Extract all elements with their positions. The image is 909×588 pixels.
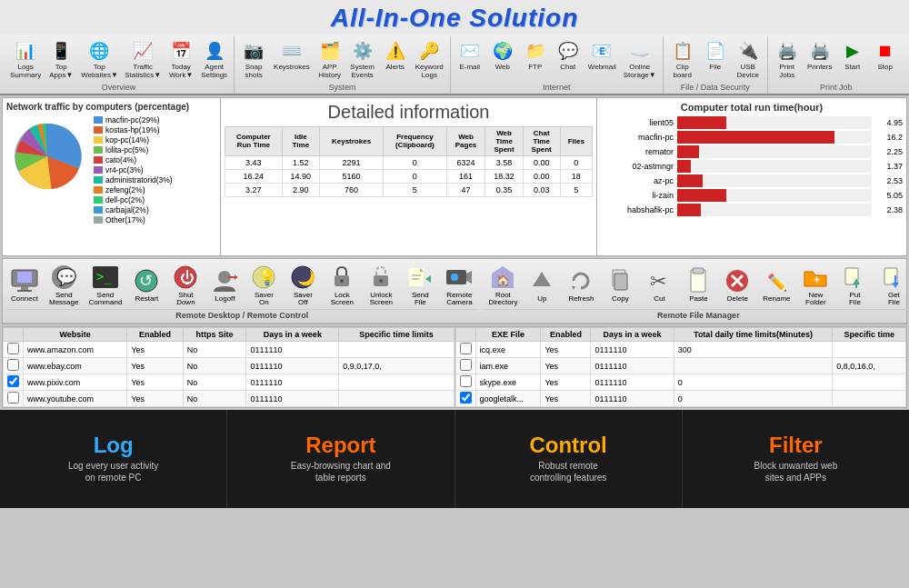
feature-control: Control Robust remotecontrolling feature… xyxy=(455,410,683,508)
remote-control-section: Connect 💬 SendMessage >_ SendCommand ↺ R… xyxy=(2,258,907,325)
remote-camera-button[interactable]: RemoteCamera xyxy=(441,261,477,310)
svg-text:💡: 💡 xyxy=(258,269,276,286)
cut-button[interactable]: ✂ Cut xyxy=(641,264,677,305)
shutdown-button[interactable]: ⏻ ShutDown xyxy=(167,261,204,310)
runtime-row: 02-astmngr 1.37 xyxy=(601,160,903,173)
put-file-button[interactable]: PutFile xyxy=(836,261,873,310)
copy-button[interactable]: Copy xyxy=(602,264,638,305)
print-jobs-button[interactable]: 🖨️ PrintJobs xyxy=(772,36,803,82)
stop-icon: ⏹ xyxy=(873,38,898,64)
unlock-screen-icon xyxy=(366,263,395,292)
today-icon: 📅 xyxy=(168,38,194,64)
copy-label: Copy xyxy=(612,295,629,304)
webmail-button[interactable]: 📧 Webmail xyxy=(585,36,619,82)
keyword-icon: 🔑 xyxy=(416,38,442,64)
lock-screen-icon xyxy=(327,263,356,292)
col-enabled: Enabled xyxy=(127,328,183,342)
traffic-stats-button[interactable]: 📈 TrafficStatistics▼ xyxy=(122,36,164,82)
keyword-logs-button[interactable]: 🔑 KeywordLogs xyxy=(413,36,446,82)
system-events-button[interactable]: ⚙️ SystemEvents xyxy=(347,36,378,82)
send-file-button[interactable]: SendFile xyxy=(402,261,438,310)
agent-settings-button[interactable]: 👤 AgentSettings xyxy=(198,36,230,82)
runtime-section: Computer total run time(hour) lient05 4.… xyxy=(597,98,906,255)
row-checkbox[interactable] xyxy=(7,392,19,404)
restart-button[interactable]: ↺ Restart xyxy=(128,264,165,305)
online-storage-button[interactable]: ☁️ OnlineStorage▼ xyxy=(621,36,659,82)
paste-icon xyxy=(684,266,713,295)
col-check xyxy=(4,328,24,342)
row-checkbox[interactable] xyxy=(460,392,472,404)
table-row: iam.exeYes01111100,8,0,16,0, xyxy=(455,358,906,374)
get-file-button[interactable]: GetFile xyxy=(875,261,909,310)
printers-icon: 🖨️ xyxy=(807,38,833,64)
pie-chart xyxy=(6,115,88,197)
shutdown-icon: ⏻ xyxy=(171,263,200,292)
logs-summary-button[interactable]: 📊 LogsSummary xyxy=(7,36,44,82)
new-folder-label: NewFolder xyxy=(805,292,826,308)
feature-report: Report Easy-browsing chart andtable repo… xyxy=(227,410,454,508)
col-total-time: Total daily time limits(Minutes) xyxy=(674,328,833,342)
put-file-icon xyxy=(840,263,869,292)
row-checkbox[interactable] xyxy=(460,359,472,371)
top-apps-button[interactable]: 📱 TopApps▼ xyxy=(45,36,76,82)
keystrokes-button[interactable]: ⌨️ Keystrokes xyxy=(271,36,313,82)
col-files: Files xyxy=(560,126,592,155)
svg-text:🏠: 🏠 xyxy=(496,274,510,287)
svg-marker-30 xyxy=(466,271,472,284)
email-button[interactable]: ✉️ E-mail xyxy=(454,36,485,82)
logs-icon: 📊 xyxy=(13,38,38,64)
send-command-button[interactable]: >_ SendCommand xyxy=(85,261,125,310)
svg-rect-3 xyxy=(21,286,28,290)
feature-control-desc: Robust remotecontrolling features xyxy=(530,460,607,483)
printers-button[interactable]: 🖨️ Printers xyxy=(804,36,835,82)
svg-rect-2 xyxy=(17,272,32,283)
delete-button[interactable]: Delete xyxy=(719,264,755,305)
usb-button[interactable]: 🔌 USBDevice xyxy=(733,36,764,82)
lock-screen-button[interactable]: LockScreen xyxy=(324,261,360,310)
app-history-button[interactable]: 🗂️ APPHistory xyxy=(315,36,345,82)
file-icon: 📄 xyxy=(703,38,728,64)
new-folder-button[interactable]: + NewFolder xyxy=(797,261,834,310)
web-button[interactable]: 🌍 Web xyxy=(487,36,518,82)
col-web-pages: WebPages xyxy=(446,126,485,155)
toolbar-group-overview: 📊 LogsSummary 📱 TopApps▼ 🌐 TopWebsites▼ … xyxy=(4,36,235,94)
clipboard-button[interactable]: 📋 Clipboard xyxy=(667,36,698,82)
paste-button[interactable]: Paste xyxy=(680,264,716,305)
alerts-button[interactable]: ⚠️ Alerts xyxy=(380,36,411,82)
send-message-button[interactable]: 💬 SendMessage xyxy=(45,261,82,310)
col-web-time: WebTimeSpent xyxy=(485,126,523,155)
unlock-screen-button[interactable]: UnlockScreen xyxy=(363,261,399,310)
refresh-button[interactable]: Refresh xyxy=(563,264,599,305)
saver-on-button[interactable]: 💡 SaverOn xyxy=(245,261,282,310)
root-directory-button[interactable]: 🏠 RootDirectory xyxy=(484,261,521,310)
snapshots-button[interactable]: 📷 Snapshots xyxy=(238,36,269,82)
connect-button[interactable]: Connect xyxy=(6,264,43,305)
restart-label: Restart xyxy=(135,295,158,304)
toolbar-group-internet: ✉️ E-mail 🌍 Web 📁 FTP 💬 Chat 📧 Web xyxy=(451,36,664,94)
svg-point-21 xyxy=(340,279,344,283)
row-checkbox[interactable] xyxy=(7,343,19,354)
saver-off-button[interactable]: 🌙 SaverOff xyxy=(285,261,321,310)
today-work-button[interactable]: 📅 TodayWork▼ xyxy=(165,36,196,82)
logs-label: LogsSummary xyxy=(10,64,41,80)
feature-section: Log Log every user activityon remote PC … xyxy=(0,410,909,508)
agent-icon: 👤 xyxy=(202,38,227,64)
up-button[interactable]: Up xyxy=(524,264,560,305)
stop-button[interactable]: ⏹ Stop xyxy=(870,36,901,82)
file-button[interactable]: 📄 File xyxy=(700,36,731,82)
start-button[interactable]: ▶ Start xyxy=(837,36,868,82)
connect-label: Connect xyxy=(11,295,38,304)
row-checkbox[interactable] xyxy=(460,343,472,354)
row-checkbox[interactable] xyxy=(7,375,19,387)
top-websites-button[interactable]: 🌐 TopWebsites▼ xyxy=(78,36,120,82)
saver-on-icon: 💡 xyxy=(249,263,278,292)
row-checkbox[interactable] xyxy=(7,359,19,371)
logoff-button[interactable]: Logoff xyxy=(206,264,243,305)
rename-button[interactable]: ✏️ Rename xyxy=(758,264,794,305)
row-checkbox[interactable] xyxy=(460,375,472,387)
runtime-row: remator 2.25 xyxy=(601,145,903,158)
detailed-info-section: Detailed information ComputerRun Time Id… xyxy=(221,98,597,255)
chat-button[interactable]: 💬 Chat xyxy=(553,36,584,82)
ftp-button[interactable]: 📁 FTP xyxy=(520,36,551,82)
send-command-label: SendCommand xyxy=(88,292,122,308)
